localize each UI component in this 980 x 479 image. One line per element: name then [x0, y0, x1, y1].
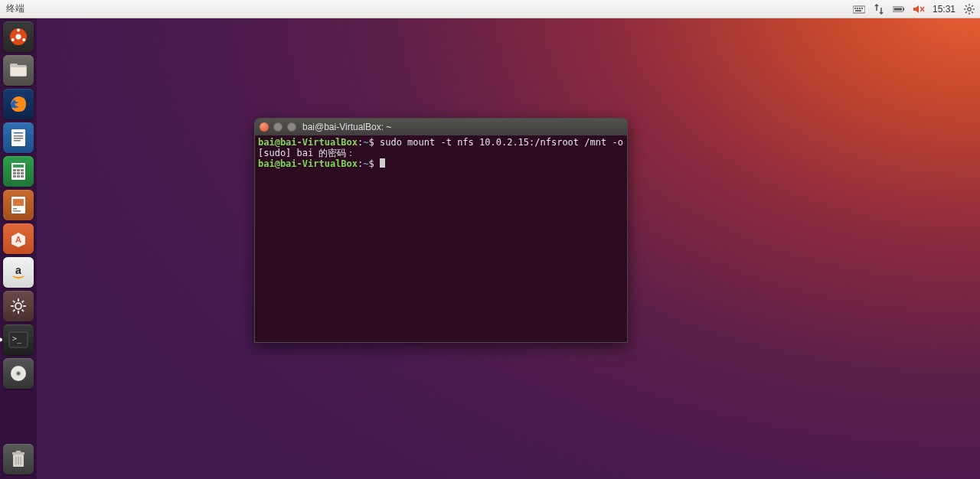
battery-icon[interactable] [893, 3, 905, 15]
svg-rect-28 [14, 132, 23, 134]
svg-rect-65 [16, 451, 21, 452]
svg-line-15 [972, 11, 973, 13]
window-close-button[interactable] [260, 122, 269, 132]
svg-rect-38 [17, 172, 20, 174]
terminal-window-title: bai@bai-VirtualBox: ~ [302, 122, 391, 132]
svg-rect-3 [859, 8, 861, 9]
svg-rect-46 [13, 210, 21, 212]
window-maximize-button[interactable] [287, 122, 296, 132]
prompt-user: bai@bai-VirtualBox [258, 158, 358, 169]
launcher-disc[interactable] [3, 358, 34, 389]
svg-rect-34 [13, 169, 16, 171]
svg-rect-37 [13, 172, 16, 174]
launcher-calc[interactable] [3, 156, 34, 187]
terminal-body[interactable]: bai@bai-VirtualBox:~$ sudo mount -t nfs … [255, 135, 627, 342]
svg-point-9 [968, 7, 971, 10]
network-icon[interactable] [873, 3, 885, 15]
window-minimize-button[interactable] [273, 122, 283, 132]
launcher: A a >_ [0, 18, 37, 479]
svg-line-17 [965, 11, 967, 13]
svg-point-22 [22, 38, 25, 41]
svg-rect-33 [13, 165, 24, 168]
svg-point-49 [15, 303, 21, 309]
svg-point-62 [18, 373, 19, 374]
system-tray: 15:31 [853, 3, 975, 15]
volume-mute-icon[interactable] [913, 3, 925, 15]
prompt-path: ~ [363, 137, 368, 148]
terminal-line-1: sudo mount -t nfs 10.0.2.15:/nfsroot /mn… [380, 137, 628, 148]
svg-rect-25 [11, 67, 26, 76]
launcher-settings[interactable] [3, 291, 34, 321]
keyboard-icon[interactable] [853, 3, 865, 15]
svg-text:A: A [15, 235, 21, 244]
svg-rect-31 [14, 140, 21, 142]
svg-line-55 [22, 310, 24, 312]
svg-line-16 [972, 5, 973, 7]
svg-line-14 [965, 5, 967, 7]
svg-rect-40 [13, 175, 16, 178]
svg-text:>_: >_ [12, 334, 22, 344]
launcher-trash[interactable] [3, 444, 34, 474]
svg-text:a: a [15, 264, 21, 276]
svg-rect-2 [857, 8, 858, 9]
terminal-line-2: [sudo] bai 的密码： [258, 148, 355, 158]
svg-rect-1 [854, 8, 856, 9]
svg-rect-24 [10, 64, 18, 67]
terminal-window[interactable]: bai@bai-VirtualBox: ~ bai@bai-VirtualBox… [254, 118, 628, 343]
clock[interactable]: 15:31 [933, 4, 956, 15]
svg-rect-39 [21, 172, 24, 174]
launcher-software[interactable]: A [3, 223, 34, 254]
svg-rect-64 [12, 452, 24, 455]
svg-point-21 [11, 38, 15, 41]
launcher-firefox[interactable] [3, 89, 34, 119]
svg-line-57 [13, 310, 15, 312]
svg-rect-7 [903, 8, 905, 10]
svg-rect-0 [853, 6, 865, 13]
gear-icon[interactable] [963, 3, 975, 15]
launcher-dash[interactable] [3, 21, 34, 52]
svg-rect-35 [17, 169, 20, 171]
launcher-amazon[interactable]: a [3, 257, 34, 288]
svg-rect-36 [21, 169, 24, 171]
svg-rect-8 [894, 8, 902, 10]
launcher-impress[interactable] [3, 190, 34, 220]
svg-rect-5 [855, 10, 861, 11]
svg-rect-42 [21, 175, 24, 178]
svg-line-54 [13, 301, 15, 303]
terminal-titlebar[interactable]: bai@bai-VirtualBox: ~ [255, 119, 627, 135]
svg-point-20 [17, 29, 20, 32]
svg-rect-4 [861, 8, 863, 9]
svg-rect-45 [13, 208, 17, 210]
menubar: 终端 15:31 [0, 0, 980, 18]
svg-point-19 [16, 34, 21, 40]
svg-rect-30 [14, 138, 23, 139]
svg-rect-41 [17, 175, 20, 178]
launcher-writer[interactable] [3, 122, 34, 153]
svg-rect-44 [13, 199, 24, 206]
svg-line-56 [22, 301, 24, 303]
terminal-cursor [380, 158, 385, 168]
active-app-title: 终端 [6, 2, 24, 15]
prompt-user: bai@bai-VirtualBox [258, 137, 358, 148]
prompt-path: ~ [363, 158, 368, 169]
svg-rect-29 [14, 135, 23, 137]
launcher-files[interactable] [3, 55, 34, 86]
launcher-terminal[interactable]: >_ [3, 324, 34, 355]
